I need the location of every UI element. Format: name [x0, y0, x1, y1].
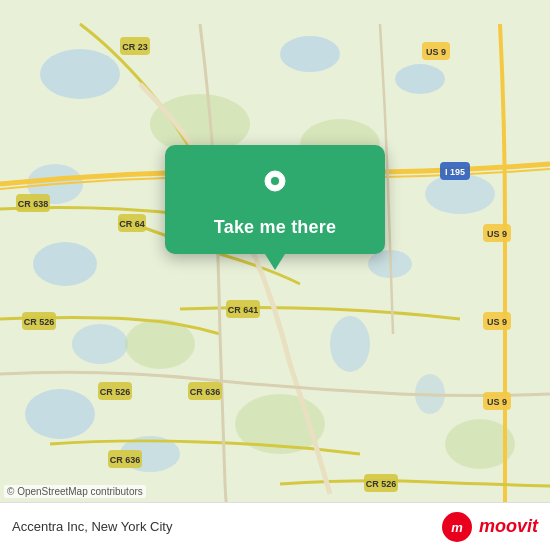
moovit-text: moovit: [479, 516, 538, 537]
map-svg: US 9 CR 23 CR 638 CR 64 I 195 US 9 CR 52…: [0, 0, 550, 550]
svg-text:CR 641: CR 641: [228, 305, 259, 315]
svg-text:CR 64: CR 64: [119, 219, 145, 229]
location-pin-icon: [253, 163, 297, 207]
svg-point-2: [395, 64, 445, 94]
take-me-there-button[interactable]: Take me there: [214, 217, 336, 238]
svg-text:CR 23: CR 23: [122, 42, 148, 52]
bottom-bar: Accentra Inc, New York City m moovit: [0, 502, 550, 550]
svg-text:US 9: US 9: [487, 317, 507, 327]
svg-point-47: [271, 177, 279, 185]
location-label: Accentra Inc, New York City: [12, 519, 172, 534]
svg-text:m: m: [451, 520, 463, 535]
svg-point-1: [280, 36, 340, 72]
moovit-logo: m moovit: [441, 511, 538, 543]
map-container: US 9 CR 23 CR 638 CR 64 I 195 US 9 CR 52…: [0, 0, 550, 550]
svg-point-8: [25, 389, 95, 439]
svg-text:CR 636: CR 636: [110, 455, 141, 465]
svg-text:US 9: US 9: [487, 397, 507, 407]
svg-text:I 195: I 195: [445, 167, 465, 177]
map-attribution: © OpenStreetMap contributors: [4, 485, 146, 498]
action-card[interactable]: Take me there: [165, 145, 385, 254]
svg-text:US 9: US 9: [426, 47, 446, 57]
svg-text:CR 526: CR 526: [366, 479, 397, 489]
moovit-icon: m: [441, 511, 473, 543]
svg-text:CR 636: CR 636: [190, 387, 221, 397]
svg-point-7: [72, 324, 128, 364]
svg-point-0: [40, 49, 120, 99]
svg-text:US 9: US 9: [487, 229, 507, 239]
svg-text:CR 526: CR 526: [100, 387, 131, 397]
svg-point-6: [33, 242, 97, 286]
svg-text:CR 526: CR 526: [24, 317, 55, 327]
svg-text:CR 638: CR 638: [18, 199, 49, 209]
svg-point-10: [330, 316, 370, 372]
